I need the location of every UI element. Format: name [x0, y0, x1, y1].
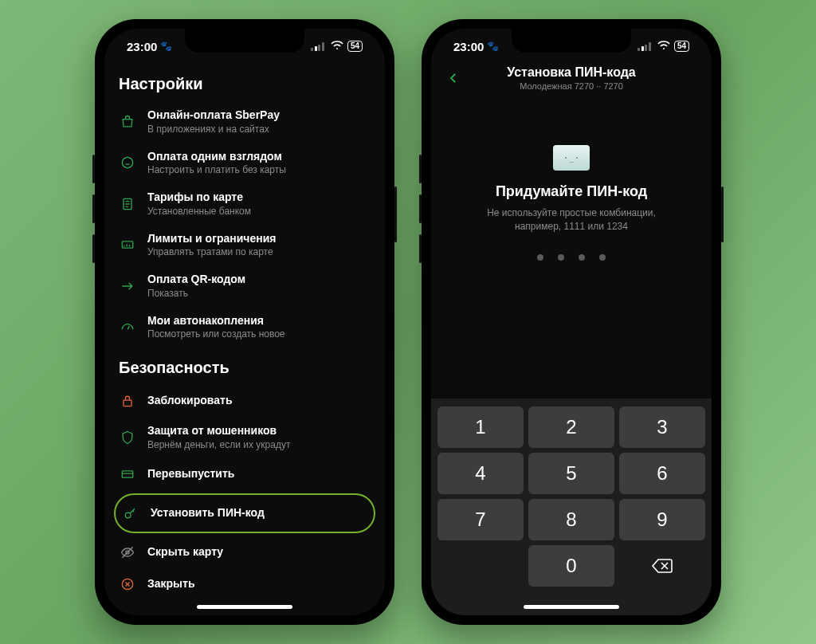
home-indicator[interactable]: [197, 605, 292, 609]
item-subtitle: Посмотреть или создать новое: [147, 328, 371, 340]
battery-icon: 54: [674, 41, 689, 52]
item-set-pin[interactable]: Установить ПИН-код: [114, 493, 375, 533]
cellular-icon: [311, 42, 324, 51]
item-title: Скрыть карту: [147, 545, 371, 560]
home-indicator[interactable]: [524, 605, 619, 609]
key-0[interactable]: 0: [528, 545, 614, 587]
item-subtitle: Настроить и платить без карты: [147, 164, 371, 176]
item-reissue[interactable]: Перевыпустить: [104, 458, 385, 490]
paw-icon: 🐾: [487, 41, 499, 52]
back-button[interactable]: [442, 67, 465, 89]
screen-pin: 23:00 🐾 54 Установка ПИН-кода Молодежная…: [431, 29, 712, 615]
item-subtitle: Показать: [147, 288, 371, 300]
item-title: Заблокировать: [147, 394, 371, 408]
battery-icon: 54: [347, 41, 363, 52]
item-glance-pay[interactable]: Оплата одним взглядом Настроить и платит…: [104, 143, 385, 184]
svg-rect-3: [122, 242, 132, 248]
gauge-icon: [119, 318, 136, 336]
pin-dots: [453, 254, 689, 261]
screen-settings: 23:00 🐾 54 Настройки Онлайн-оплата SberP…: [104, 29, 385, 615]
key-3[interactable]: 3: [619, 406, 705, 448]
key-2[interactable]: 2: [528, 406, 614, 448]
svg-point-1: [122, 158, 132, 168]
nav-subtitle: Молодежная 7270 ·· 7270: [431, 81, 712, 91]
svg-point-6: [125, 512, 131, 518]
item-title: Закрыть: [147, 577, 371, 591]
item-subtitle: Установленные банком: [147, 206, 371, 218]
eye-off-icon: [119, 544, 136, 561]
arrow-right-icon: [119, 277, 136, 295]
settings-content[interactable]: Настройки Онлайн-оплата SberPay В прилож…: [104, 64, 385, 615]
key-blank: [437, 545, 524, 587]
section-title-security: Безопасность: [104, 348, 385, 385]
item-subtitle: В приложениях и на сайтах: [147, 124, 371, 135]
item-title: Мои автонакопления: [147, 314, 371, 328]
nav-title: Установка ПИН-кода: [431, 65, 712, 80]
item-qr-pay[interactable]: Оплата QR-кодом Показать: [104, 265, 385, 307]
close-circle-icon: [119, 575, 136, 593]
svg-point-0: [336, 48, 338, 49]
key-1[interactable]: 1: [437, 406, 524, 448]
pin-dot: [599, 254, 606, 261]
item-title: Установить ПИН-код: [151, 506, 367, 520]
item-hide-card[interactable]: Скрыть карту: [104, 536, 385, 568]
lock-icon: [119, 392, 136, 410]
pin-hint-line1: Не используйте простые комбинации,: [453, 206, 689, 220]
item-title: Онлайн-оплата SberPay: [147, 108, 371, 123]
card-face-icon: · _ ·: [553, 145, 590, 171]
notch: [185, 29, 304, 53]
svg-rect-5: [122, 470, 132, 477]
smile-icon: [119, 154, 136, 171]
nav-bar: Установка ПИН-кода Молодежная 7270 ·· 72…: [431, 64, 712, 89]
pin-content: Установка ПИН-кода Молодежная 7270 ·· 72…: [431, 64, 712, 615]
backspace-icon: [651, 558, 673, 574]
item-subtitle: Управлять тратами по карте: [147, 246, 371, 258]
key-5[interactable]: 5: [528, 453, 614, 494]
key-7[interactable]: 7: [437, 499, 524, 540]
key-6[interactable]: 6: [619, 453, 705, 494]
pin-area: · _ · Придумайте ПИН-код Не используйте …: [431, 145, 712, 261]
pin-heading: Придумайте ПИН-код: [453, 183, 689, 200]
item-fraud-protect[interactable]: Защита от мошенников Вернём деньги, если…: [104, 417, 385, 458]
status-time: 23:00: [453, 40, 484, 53]
wifi-icon: [331, 40, 343, 53]
wifi-icon: [657, 40, 670, 53]
item-title: Оплата QR-кодом: [147, 273, 371, 287]
cellular-icon: [638, 42, 651, 51]
key-9[interactable]: 9: [619, 499, 705, 540]
svg-point-9: [663, 48, 665, 49]
notch: [512, 29, 631, 53]
phone-right: 23:00 🐾 54 Установка ПИН-кода Молодежная…: [422, 19, 721, 625]
shield-icon: [119, 429, 136, 446]
item-limits[interactable]: Лимиты и ограничения Управлять тратами п…: [104, 225, 385, 266]
item-sberpay[interactable]: Онлайн-оплата SberPay В приложениях и на…: [104, 101, 385, 143]
pin-dot: [579, 254, 585, 261]
card-reissue-icon: [119, 465, 136, 483]
item-title: Перевыпустить: [147, 467, 371, 481]
item-title: Тарифы по карте: [147, 190, 371, 205]
svg-rect-4: [124, 400, 131, 406]
item-title: Лимиты и ограничения: [147, 232, 371, 246]
key-delete[interactable]: [619, 545, 705, 587]
key-icon: [122, 505, 139, 522]
pin-hint-line2: например, 1111 или 1234: [453, 220, 689, 234]
item-title: Защита от мошенников: [147, 424, 371, 438]
item-close-card[interactable]: Закрыть: [104, 568, 385, 600]
key-8[interactable]: 8: [528, 499, 614, 540]
pin-dot: [558, 254, 564, 261]
document-icon: [119, 195, 136, 213]
pin-dot: [537, 254, 543, 261]
item-block[interactable]: Заблокировать: [104, 385, 385, 417]
item-title: Оплата одним взглядом: [147, 150, 371, 164]
paw-icon: 🐾: [160, 41, 172, 52]
item-tariffs[interactable]: Тарифы по карте Установленные банком: [104, 183, 385, 225]
item-autosavings[interactable]: Мои автонакопления Посмотреть или создат…: [104, 307, 385, 348]
numeric-keypad: 1 2 3 4 5 6 7 8 9 0: [431, 399, 712, 615]
phone-left: 23:00 🐾 54 Настройки Онлайн-оплата SberP…: [95, 19, 394, 625]
bag-icon: [119, 113, 136, 131]
status-time: 23:00: [127, 40, 157, 53]
section-title-settings: Настройки: [104, 64, 385, 101]
item-subtitle: Вернём деньги, если их украдут: [147, 439, 371, 451]
key-4[interactable]: 4: [437, 453, 524, 494]
limits-icon: [119, 236, 136, 253]
